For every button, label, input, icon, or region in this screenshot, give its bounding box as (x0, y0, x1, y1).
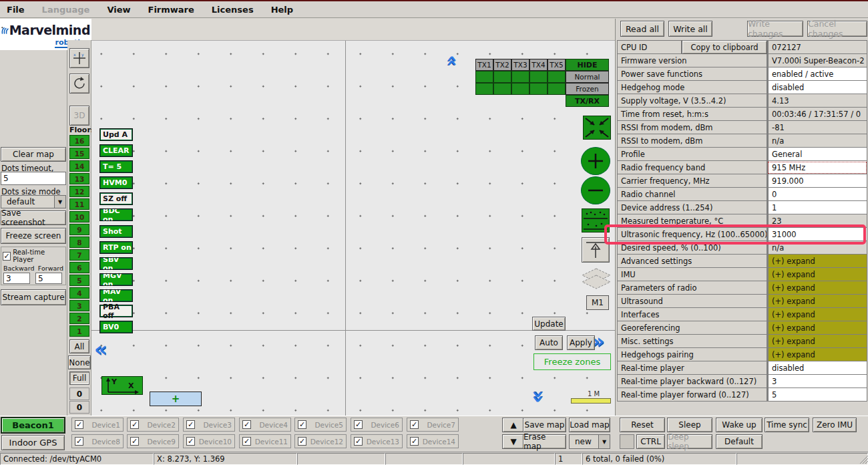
param-value[interactable]: (+) expand (767, 348, 867, 361)
time-sync-button[interactable]: Time sync (765, 418, 809, 432)
tx-frozen-button[interactable]: Frozen (566, 83, 609, 95)
write-changes-button[interactable]: Write changes (747, 21, 803, 37)
tx-header-tx2[interactable]: TX2 (493, 59, 511, 71)
floor-button-8[interactable]: 8 (69, 237, 89, 248)
tx-cell[interactable] (548, 71, 566, 83)
tx-cell[interactable] (493, 83, 511, 95)
tx-cell[interactable] (493, 71, 511, 83)
param-value[interactable]: General (767, 148, 867, 161)
param-value[interactable]: 915 MHz (767, 161, 867, 174)
dots-size-mode-select[interactable]: default ▼ (1, 195, 66, 208)
device-checkbox[interactable]: ✓ (75, 437, 83, 446)
floors-all-button[interactable]: All (69, 339, 89, 353)
fit-view-button[interactable] (583, 116, 611, 142)
param-value[interactable]: (+) expand (767, 255, 867, 268)
tx-cell[interactable] (548, 83, 566, 95)
cancel-changes-button[interactable]: Cancel changes (807, 21, 867, 37)
add-submap-button[interactable]: + (150, 392, 202, 406)
floor-button-13[interactable]: 13 (69, 173, 89, 184)
param-value[interactable]: 0 (767, 188, 867, 201)
map-button-sbv-on[interactable]: SBV on (100, 258, 132, 269)
floor-button-4[interactable]: 4 (69, 287, 89, 299)
param-value[interactable]: 919.000 (767, 174, 867, 188)
xy-view-button[interactable]: x y (69, 48, 89, 68)
device-checkbox[interactable]: ✓ (242, 420, 251, 429)
floor-button-9[interactable]: 9 (69, 224, 89, 235)
copy-to-clipboard-button[interactable]: Copy to clipboard (682, 41, 767, 54)
tx-cell[interactable] (475, 71, 493, 83)
device-checkbox[interactable]: ✓ (130, 420, 139, 429)
zero-imu-button[interactable]: Zero IMU (813, 418, 857, 432)
floor-button-10[interactable]: 10 (69, 211, 89, 222)
map-button-shot[interactable]: Shot (100, 226, 132, 237)
floor-button-5[interactable]: 5 (69, 275, 89, 286)
chevron-down-icon[interactable]: ▼ (598, 435, 610, 448)
devices-scroll-down-button[interactable]: ▼ (502, 434, 525, 449)
map-button-mgv-on[interactable]: MGV on (100, 274, 132, 285)
m1-button[interactable]: M1 (586, 295, 609, 310)
zoom-out-button[interactable] (581, 176, 610, 204)
rotate-view-button[interactable] (69, 73, 89, 94)
floor-button-3[interactable]: 3 (69, 300, 89, 311)
stream-capture-button[interactable]: Stream capture (1, 289, 66, 305)
param-value[interactable]: (+) expand (767, 281, 867, 295)
map-button-bdc-on[interactable]: BDC on (100, 209, 132, 220)
reset-button[interactable]: Reset (620, 418, 665, 432)
apply-button[interactable]: Apply (567, 335, 595, 350)
floor-button-15[interactable]: 15 (69, 148, 89, 159)
param-value[interactable]: 31000 (767, 228, 867, 241)
floor-button-1[interactable]: 1 (69, 325, 89, 337)
floor-button-2[interactable]: 2 (69, 313, 89, 324)
param-value[interactable]: enabled / active (767, 67, 867, 81)
param-value[interactable]: 3 (767, 375, 867, 388)
clear-map-button[interactable]: Clear map (1, 147, 66, 162)
backward-input[interactable]: 3 (3, 273, 30, 284)
device-checkbox[interactable]: ✓ (410, 420, 419, 429)
move-up-button[interactable] (582, 237, 610, 263)
device-checkbox[interactable]: ✓ (298, 420, 306, 429)
tx-header-tx3[interactable]: TX3 (511, 59, 529, 71)
menu-help[interactable]: Help (271, 5, 293, 15)
tx-cell[interactable] (511, 71, 529, 83)
param-value[interactable]: 5 (767, 388, 867, 402)
map-button-upd-a[interactable]: Upd A (100, 129, 132, 140)
deep-sleep-button[interactable]: Deep sleep (667, 434, 712, 449)
floors-none-button[interactable]: None (68, 355, 91, 369)
pan-left-chevron-icon[interactable]: « (94, 339, 107, 359)
dots-timeout-input[interactable]: 5 (1, 172, 66, 185)
device-checkbox[interactable]: ✓ (298, 437, 306, 446)
tx-normal-button[interactable]: Normal (566, 71, 609, 83)
param-value[interactable]: disabled (767, 361, 867, 375)
save-map-button[interactable]: Save map (523, 418, 566, 432)
tx-cell[interactable] (511, 83, 529, 95)
map-button-rtp-on[interactable]: RTP on (100, 242, 132, 253)
map-button-clear[interactable]: CLEAR (100, 145, 132, 156)
erase-map-button[interactable]: Erase map (523, 434, 566, 449)
tab-beacon1[interactable]: Beacon1 (1, 418, 65, 433)
device-checkbox[interactable]: ✓ (186, 420, 195, 429)
map-button-pba-off[interactable]: PBA off (100, 305, 132, 317)
wake-up-button[interactable]: Wake up (716, 418, 763, 432)
device-checkbox[interactable]: ✓ (186, 437, 195, 446)
floors-full-button[interactable]: Full (69, 371, 89, 385)
view-3d-button[interactable]: 3D (69, 106, 89, 126)
zoom-in-button[interactable] (581, 147, 610, 175)
menu-file[interactable]: File (7, 5, 25, 15)
device-checkbox[interactable]: ✓ (242, 437, 251, 446)
tx-cell[interactable] (529, 83, 548, 95)
map-button-bv0[interactable]: BV0 (100, 321, 132, 333)
save-screenshot-button[interactable]: Save screenshot (1, 210, 66, 225)
realtime-player-checkbox[interactable]: ✓ (3, 252, 11, 261)
device-checkbox[interactable]: ✓ (130, 437, 139, 446)
forward-input[interactable]: 5 (35, 273, 62, 284)
auto-button[interactable]: Auto (535, 335, 563, 350)
tx-txrx-button[interactable]: TX/RX (566, 95, 609, 107)
tx-hide-button[interactable]: HIDE (566, 59, 609, 71)
chevron-down-icon[interactable]: ▼ (54, 196, 65, 208)
tx-cell[interactable] (529, 71, 548, 83)
read-all-button[interactable]: Read all (620, 21, 664, 37)
map-select[interactable]: new ▼ (569, 434, 610, 449)
sleep-button[interactable]: Sleep (667, 418, 712, 432)
menu-view[interactable]: View (107, 5, 130, 15)
freeze-screen-button[interactable]: Freeze screen (1, 228, 66, 244)
